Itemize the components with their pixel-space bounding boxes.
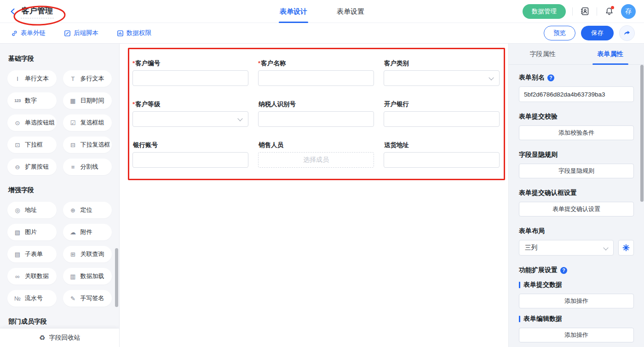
field-type-divider[interactable]: ≡分割线 bbox=[63, 159, 112, 175]
field-type-address[interactable]: ◎地址 bbox=[7, 202, 57, 218]
customer-level-select[interactable] bbox=[132, 111, 248, 127]
submit-data-label: 表单提交数据 bbox=[519, 281, 634, 289]
back-button[interactable] bbox=[9, 8, 17, 15]
field-type-label: 下拉复选框 bbox=[80, 141, 110, 149]
data-permission-button[interactable]: 数据权限 bbox=[117, 29, 151, 37]
field-type-multi-dropdown[interactable]: ⊟下拉复选框 bbox=[63, 137, 112, 153]
canvas-field-customer-code[interactable]: *客户编号 bbox=[132, 59, 248, 86]
save-button[interactable]: 保存 bbox=[581, 26, 614, 40]
panel-scrollbar[interactable] bbox=[640, 65, 644, 202]
field-label: 客户类别 bbox=[384, 59, 500, 68]
backend-script-label: 后端脚本 bbox=[74, 29, 98, 37]
field-type-label: 手写签名 bbox=[80, 294, 104, 302]
field-type-multi-line-text[interactable]: T多行文本 bbox=[63, 70, 112, 87]
field-label: *客户等级 bbox=[132, 100, 248, 108]
canvas-field-delivery-address[interactable]: 送货地址 bbox=[384, 141, 500, 168]
share-button[interactable] bbox=[619, 25, 635, 41]
field-type-datetime[interactable]: ▦日期时间 bbox=[63, 92, 112, 109]
canvas-field-sales-member[interactable]: 销售人员 选择成员 bbox=[258, 141, 374, 168]
panel-content: 表单别名 表单提交校验 添加校验条件 字段显隐规则 字段显隐规则 表单提交确认框… bbox=[509, 65, 644, 342]
link-icon bbox=[11, 30, 18, 37]
help-icon[interactable] bbox=[560, 267, 567, 274]
add-check-condition-button[interactable]: 添加校验条件 bbox=[519, 125, 634, 140]
field-type-data-load[interactable]: ▥数据加载 bbox=[63, 268, 112, 284]
field-type-extend-button[interactable]: ⊖扩展按钮 bbox=[7, 159, 57, 175]
visibility-rules-button[interactable]: 字段显隐规则 bbox=[519, 164, 634, 178]
canvas-field-customer-category[interactable]: 客户类别 bbox=[384, 59, 500, 86]
form-layout-label: 表单布局 bbox=[519, 227, 634, 235]
form-alias-label: 表单别名 bbox=[519, 74, 634, 82]
sales-member-picker[interactable]: 选择成员 bbox=[258, 152, 374, 168]
form-canvas[interactable]: *客户编号 *客户名称 客户类别 *客户等级 纳税人识别号 bbox=[120, 44, 508, 347]
field-recycle-bin[interactable]: ♻ 字段回收站 bbox=[0, 329, 119, 347]
customer-category-select[interactable] bbox=[384, 70, 500, 86]
customer-name-input[interactable] bbox=[258, 70, 374, 86]
field-type-linked-query[interactable]: ⊞关联查询 bbox=[63, 246, 112, 262]
preview-button[interactable]: 预览 bbox=[544, 26, 575, 40]
taxpayer-id-input[interactable] bbox=[258, 111, 374, 127]
submit-confirm-button[interactable]: 表单提交确认设置 bbox=[519, 202, 634, 216]
field-type-label: 日期时间 bbox=[80, 97, 104, 105]
canvas-field-customer-name[interactable]: *客户名称 bbox=[258, 59, 374, 86]
delivery-address-input[interactable] bbox=[384, 152, 500, 168]
field-type-attachment[interactable]: ☁附件 bbox=[63, 224, 112, 240]
field-type-signature[interactable]: ✎手写签名 bbox=[63, 290, 112, 307]
field-type-single-line-text[interactable]: I单行文本 bbox=[7, 70, 57, 87]
layout-select[interactable]: 三列 bbox=[519, 240, 614, 256]
layout-settings-button[interactable] bbox=[618, 240, 634, 256]
toolbar-actions: 预览 保存 bbox=[544, 25, 644, 41]
tab-field-properties[interactable]: 字段属性 bbox=[509, 44, 576, 64]
required-mark: * bbox=[132, 60, 135, 67]
field-type-subform[interactable]: ▤子表单 bbox=[7, 246, 57, 262]
sidebar-scrollbar[interactable] bbox=[115, 248, 118, 307]
field-type-label: 多行文本 bbox=[80, 74, 104, 83]
panel-tabs: 字段属性 表单属性 bbox=[509, 44, 644, 65]
field-type-label: 下拉框 bbox=[25, 141, 43, 149]
field-label: *客户编号 bbox=[132, 59, 248, 68]
field-type-checkbox-group[interactable]: ☑复选框组 bbox=[63, 114, 112, 131]
canvas-field-customer-level[interactable]: *客户等级 bbox=[132, 100, 248, 127]
field-type-number[interactable]: 123数字 bbox=[7, 92, 57, 109]
tab-form-settings[interactable]: 表单设置 bbox=[335, 0, 366, 23]
tab-form-design[interactable]: 表单设计 bbox=[278, 0, 309, 23]
contacts-icon[interactable] bbox=[579, 6, 590, 17]
field-type-serial-number[interactable]: №流水号 bbox=[7, 290, 57, 307]
canvas-field-taxpayer-id[interactable]: 纳税人识别号 bbox=[258, 100, 374, 127]
external-link-button[interactable]: 表单外链 bbox=[11, 29, 46, 37]
visibility-rules-label: 字段显隐规则 bbox=[519, 151, 634, 159]
field-label: 开户银行 bbox=[384, 100, 500, 108]
field-type-label: 扩展按钮 bbox=[25, 163, 49, 171]
location-icon: ⊕ bbox=[69, 207, 77, 213]
bank-account-input[interactable] bbox=[132, 152, 248, 168]
help-icon[interactable] bbox=[547, 74, 554, 81]
section-title-basic-fields: 基础字段 bbox=[8, 55, 112, 63]
field-label: 纳税人识别号 bbox=[258, 100, 374, 108]
divider bbox=[597, 7, 597, 16]
data-permission-label: 数据权限 bbox=[126, 29, 151, 37]
field-type-linked-data[interactable]: ∞关联数据 bbox=[7, 268, 57, 284]
field-type-image[interactable]: ▧图片 bbox=[7, 224, 57, 240]
canvas-field-bank-account[interactable]: 银行账号 bbox=[132, 141, 248, 168]
section-title-member-fields: 部门成员字段 bbox=[8, 318, 112, 326]
data-manage-button[interactable]: 数据管理 bbox=[523, 4, 566, 19]
field-type-label: 数据加载 bbox=[80, 272, 104, 280]
divider bbox=[572, 7, 573, 16]
field-type-dropdown[interactable]: ⊡下拉框 bbox=[7, 137, 57, 153]
customer-code-input[interactable] bbox=[132, 70, 248, 86]
permission-icon bbox=[117, 30, 124, 37]
field-type-location[interactable]: ⊕定位 bbox=[63, 202, 112, 218]
section-title-enhanced-fields: 增强字段 bbox=[8, 186, 112, 194]
bank-name-input[interactable] bbox=[384, 111, 500, 127]
notification-bell-icon[interactable] bbox=[604, 6, 615, 17]
backend-script-button[interactable]: 后端脚本 bbox=[64, 29, 98, 37]
canvas-field-bank-name[interactable]: 开户银行 bbox=[384, 100, 500, 127]
field-type-radio-group[interactable]: ⊙单选按钮组 bbox=[7, 114, 57, 131]
edit-data-add-button[interactable]: 添加操作 bbox=[519, 328, 634, 342]
tab-form-properties[interactable]: 表单属性 bbox=[576, 44, 644, 64]
body: 基础字段 I单行文本 T多行文本 123数字 ▦日期时间 ⊙单选按钮组 ☑复选框… bbox=[0, 44, 644, 347]
avatar[interactable]: 存 bbox=[621, 4, 636, 19]
form-alias-input[interactable] bbox=[519, 86, 634, 102]
page-title[interactable]: 客户管理 bbox=[21, 5, 54, 18]
submit-data-add-button[interactable]: 添加操作 bbox=[519, 294, 634, 308]
number-icon: 123 bbox=[13, 99, 22, 103]
